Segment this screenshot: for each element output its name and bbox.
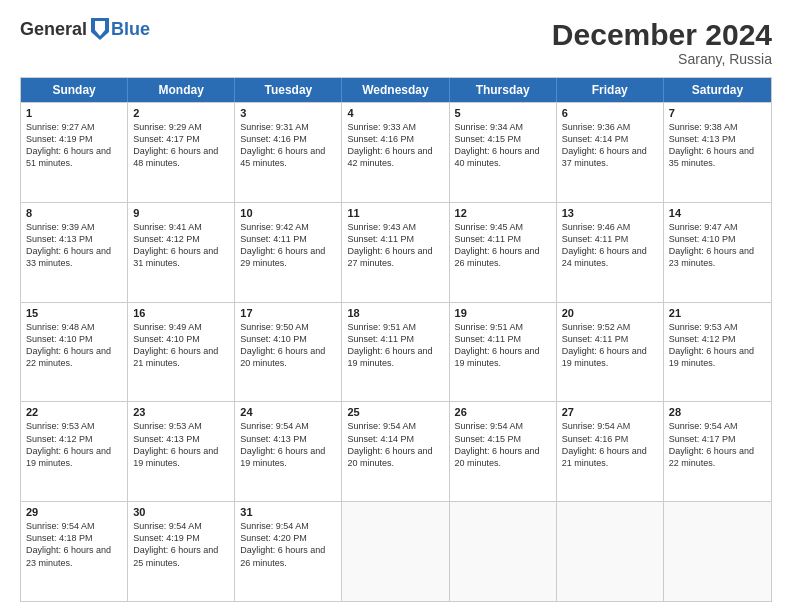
daylight-text: Daylight: 6 hours and 19 minutes. (133, 445, 229, 469)
day-number: 19 (455, 307, 551, 319)
day-number: 6 (562, 107, 658, 119)
header: General Blue December 2024 Sarany, Russi… (20, 18, 772, 67)
sunset-text: Sunset: 4:15 PM (455, 433, 551, 445)
day-cell-6: 6 Sunrise: 9:36 AM Sunset: 4:14 PM Dayli… (557, 103, 664, 202)
sunrise-text: Sunrise: 9:50 AM (240, 321, 336, 333)
daylight-text: Daylight: 6 hours and 20 minutes. (240, 345, 336, 369)
day-cell-21: 21 Sunrise: 9:53 AM Sunset: 4:12 PM Dayl… (664, 303, 771, 402)
day-number: 22 (26, 406, 122, 418)
day-cell-15: 15 Sunrise: 9:48 AM Sunset: 4:10 PM Dayl… (21, 303, 128, 402)
sunrise-text: Sunrise: 9:54 AM (240, 520, 336, 532)
empty-cell (450, 502, 557, 601)
sunrise-text: Sunrise: 9:41 AM (133, 221, 229, 233)
day-cell-5: 5 Sunrise: 9:34 AM Sunset: 4:15 PM Dayli… (450, 103, 557, 202)
sunset-text: Sunset: 4:15 PM (455, 133, 551, 145)
day-cell-11: 11 Sunrise: 9:43 AM Sunset: 4:11 PM Dayl… (342, 203, 449, 302)
sunset-text: Sunset: 4:10 PM (26, 333, 122, 345)
day-number: 16 (133, 307, 229, 319)
header-thursday: Thursday (450, 78, 557, 102)
location-subtitle: Sarany, Russia (552, 51, 772, 67)
day-cell-23: 23 Sunrise: 9:53 AM Sunset: 4:13 PM Dayl… (128, 402, 235, 501)
day-number: 28 (669, 406, 766, 418)
day-cell-28: 28 Sunrise: 9:54 AM Sunset: 4:17 PM Dayl… (664, 402, 771, 501)
day-cell-24: 24 Sunrise: 9:54 AM Sunset: 4:13 PM Dayl… (235, 402, 342, 501)
day-number: 9 (133, 207, 229, 219)
sunrise-text: Sunrise: 9:54 AM (240, 420, 336, 432)
sunrise-text: Sunrise: 9:45 AM (455, 221, 551, 233)
day-cell-17: 17 Sunrise: 9:50 AM Sunset: 4:10 PM Dayl… (235, 303, 342, 402)
sunset-text: Sunset: 4:17 PM (669, 433, 766, 445)
sunset-text: Sunset: 4:12 PM (133, 233, 229, 245)
day-number: 29 (26, 506, 122, 518)
sunrise-text: Sunrise: 9:48 AM (26, 321, 122, 333)
day-cell-13: 13 Sunrise: 9:46 AM Sunset: 4:11 PM Dayl… (557, 203, 664, 302)
day-cell-19: 19 Sunrise: 9:51 AM Sunset: 4:11 PM Dayl… (450, 303, 557, 402)
day-cell-3: 3 Sunrise: 9:31 AM Sunset: 4:16 PM Dayli… (235, 103, 342, 202)
sunset-text: Sunset: 4:10 PM (133, 333, 229, 345)
sunset-text: Sunset: 4:11 PM (347, 233, 443, 245)
daylight-text: Daylight: 6 hours and 23 minutes. (669, 245, 766, 269)
daylight-text: Daylight: 6 hours and 19 minutes. (455, 345, 551, 369)
day-number: 11 (347, 207, 443, 219)
header-monday: Monday (128, 78, 235, 102)
day-cell-25: 25 Sunrise: 9:54 AM Sunset: 4:14 PM Dayl… (342, 402, 449, 501)
sunrise-text: Sunrise: 9:54 AM (669, 420, 766, 432)
logo-general-text: General (20, 19, 87, 40)
sunrise-text: Sunrise: 9:53 AM (133, 420, 229, 432)
sunset-text: Sunset: 4:13 PM (669, 133, 766, 145)
daylight-text: Daylight: 6 hours and 23 minutes. (26, 544, 122, 568)
daylight-text: Daylight: 6 hours and 37 minutes. (562, 145, 658, 169)
daylight-text: Daylight: 6 hours and 48 minutes. (133, 145, 229, 169)
calendar-week-3: 15 Sunrise: 9:48 AM Sunset: 4:10 PM Dayl… (21, 302, 771, 402)
daylight-text: Daylight: 6 hours and 20 minutes. (347, 445, 443, 469)
sunrise-text: Sunrise: 9:43 AM (347, 221, 443, 233)
daylight-text: Daylight: 6 hours and 19 minutes. (240, 445, 336, 469)
day-cell-26: 26 Sunrise: 9:54 AM Sunset: 4:15 PM Dayl… (450, 402, 557, 501)
daylight-text: Daylight: 6 hours and 22 minutes. (26, 345, 122, 369)
day-number: 23 (133, 406, 229, 418)
day-number: 18 (347, 307, 443, 319)
day-number: 20 (562, 307, 658, 319)
day-cell-9: 9 Sunrise: 9:41 AM Sunset: 4:12 PM Dayli… (128, 203, 235, 302)
calendar-week-2: 8 Sunrise: 9:39 AM Sunset: 4:13 PM Dayli… (21, 202, 771, 302)
empty-cell (557, 502, 664, 601)
day-number: 3 (240, 107, 336, 119)
daylight-text: Daylight: 6 hours and 21 minutes. (562, 445, 658, 469)
day-cell-31: 31 Sunrise: 9:54 AM Sunset: 4:20 PM Dayl… (235, 502, 342, 601)
day-number: 10 (240, 207, 336, 219)
calendar: Sunday Monday Tuesday Wednesday Thursday… (20, 77, 772, 602)
daylight-text: Daylight: 6 hours and 27 minutes. (347, 245, 443, 269)
daylight-text: Daylight: 6 hours and 20 minutes. (455, 445, 551, 469)
day-number: 17 (240, 307, 336, 319)
sunrise-text: Sunrise: 9:39 AM (26, 221, 122, 233)
day-cell-7: 7 Sunrise: 9:38 AM Sunset: 4:13 PM Dayli… (664, 103, 771, 202)
day-cell-22: 22 Sunrise: 9:53 AM Sunset: 4:12 PM Dayl… (21, 402, 128, 501)
sunset-text: Sunset: 4:10 PM (669, 233, 766, 245)
calendar-week-5: 29 Sunrise: 9:54 AM Sunset: 4:18 PM Dayl… (21, 501, 771, 601)
sunrise-text: Sunrise: 9:54 AM (562, 420, 658, 432)
sunrise-text: Sunrise: 9:46 AM (562, 221, 658, 233)
logo: General Blue (20, 18, 150, 40)
daylight-text: Daylight: 6 hours and 42 minutes. (347, 145, 443, 169)
day-cell-14: 14 Sunrise: 9:47 AM Sunset: 4:10 PM Dayl… (664, 203, 771, 302)
day-cell-1: 1 Sunrise: 9:27 AM Sunset: 4:19 PM Dayli… (21, 103, 128, 202)
daylight-text: Daylight: 6 hours and 29 minutes. (240, 245, 336, 269)
daylight-text: Daylight: 6 hours and 31 minutes. (133, 245, 229, 269)
header-tuesday: Tuesday (235, 78, 342, 102)
sunset-text: Sunset: 4:13 PM (26, 233, 122, 245)
day-cell-30: 30 Sunrise: 9:54 AM Sunset: 4:19 PM Dayl… (128, 502, 235, 601)
day-number: 5 (455, 107, 551, 119)
calendar-week-4: 22 Sunrise: 9:53 AM Sunset: 4:12 PM Dayl… (21, 401, 771, 501)
calendar-page: General Blue December 2024 Sarany, Russi… (0, 0, 792, 612)
sunrise-text: Sunrise: 9:33 AM (347, 121, 443, 133)
sunrise-text: Sunrise: 9:31 AM (240, 121, 336, 133)
sunrise-text: Sunrise: 9:27 AM (26, 121, 122, 133)
daylight-text: Daylight: 6 hours and 35 minutes. (669, 145, 766, 169)
day-cell-2: 2 Sunrise: 9:29 AM Sunset: 4:17 PM Dayli… (128, 103, 235, 202)
day-number: 27 (562, 406, 658, 418)
daylight-text: Daylight: 6 hours and 51 minutes. (26, 145, 122, 169)
sunset-text: Sunset: 4:18 PM (26, 532, 122, 544)
daylight-text: Daylight: 6 hours and 33 minutes. (26, 245, 122, 269)
sunset-text: Sunset: 4:11 PM (455, 233, 551, 245)
sunset-text: Sunset: 4:17 PM (133, 133, 229, 145)
